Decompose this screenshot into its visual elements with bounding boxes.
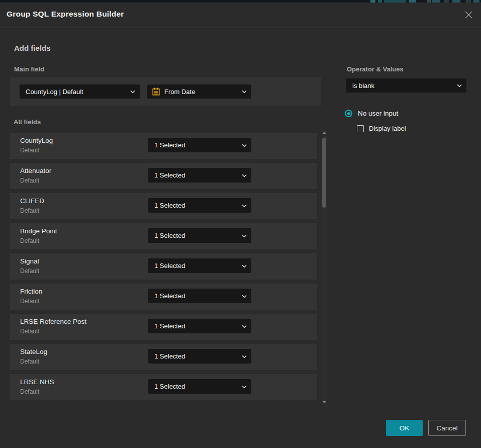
field-subtitle: Default <box>20 207 39 214</box>
dialog-title: Group SQL Expression Builder <box>7 10 124 19</box>
ok-button[interactable]: OK <box>386 420 423 436</box>
fields-scrollbar[interactable] <box>322 129 327 406</box>
field-row: LRSE Reference Post Default 1 Selected <box>10 314 317 340</box>
chevron-down-icon <box>242 144 247 147</box>
field-values-dropdown[interactable]: 1 Selected <box>148 138 251 152</box>
dropdown-value: 1 Selected <box>154 141 185 149</box>
field-values-dropdown[interactable]: 1 Selected <box>148 228 251 243</box>
field-subtitle: Default <box>20 358 39 365</box>
field-values-dropdown[interactable]: 1 Selected <box>148 349 251 364</box>
field-row: Friction Default 1 Selected <box>10 284 317 310</box>
scroll-up-arrow-icon[interactable] <box>322 132 326 134</box>
chevron-down-icon <box>457 84 462 87</box>
field-name: LRSE NHS <box>20 378 54 386</box>
main-field-date-dropdown[interactable]: From Date <box>147 84 251 99</box>
field-name: Friction <box>20 288 42 295</box>
field-subtitle: Default <box>20 267 39 275</box>
chevron-down-icon <box>242 264 247 267</box>
scroll-down-arrow-icon[interactable] <box>322 401 326 403</box>
field-values-dropdown[interactable]: 1 Selected <box>148 258 251 273</box>
operator-dropdown[interactable]: is blank <box>346 78 466 93</box>
chevron-down-icon <box>242 234 247 237</box>
field-row: CLIFED Default 1 Selected <box>10 193 317 219</box>
field-name: LRSE Reference Post <box>20 318 86 325</box>
main-field-label: Main field <box>14 65 44 73</box>
field-subtitle: Default <box>20 328 39 335</box>
dialog-titlebar: Group SQL Expression Builder <box>0 3 481 28</box>
field-row: LRSE NHS Default 1 Selected <box>10 374 317 400</box>
all-fields-label: All fields <box>14 118 41 126</box>
field-subtitle: Default <box>20 147 39 154</box>
chevron-down-icon <box>130 90 135 93</box>
field-subtitle: Default <box>20 237 39 244</box>
dropdown-value: 1 Selected <box>154 171 185 179</box>
dropdown-value: 1 Selected <box>154 383 185 390</box>
dropdown-value: is blank <box>352 82 374 89</box>
field-name: StateLog <box>20 348 47 355</box>
calendar-icon <box>152 87 160 96</box>
field-name: CountyLog <box>20 137 53 144</box>
operator-values-label: Operator & Values <box>347 65 404 73</box>
chevron-down-icon <box>242 385 247 388</box>
dropdown-value: From Date <box>164 88 195 96</box>
field-name: Attenuator <box>20 167 51 174</box>
dropdown-value: 1 Selected <box>154 322 185 330</box>
no-user-input-radio[interactable]: No user input <box>345 110 398 117</box>
field-values-dropdown[interactable]: 1 Selected <box>148 289 251 303</box>
dropdown-value: 1 Selected <box>154 202 185 209</box>
scrollbar-thumb[interactable] <box>322 138 326 208</box>
radio-label: No user input <box>358 110 398 117</box>
field-name: Signal <box>20 257 39 265</box>
group-sql-expression-builder-dialog: Group SQL Expression Builder Add fields … <box>0 3 481 448</box>
field-name: CLIFED <box>20 197 44 205</box>
field-row: Signal Default 1 Selected <box>10 253 317 280</box>
field-row: CountyLog Default 1 Selected <box>10 133 317 159</box>
dropdown-value: 1 Selected <box>154 262 185 270</box>
field-values-dropdown[interactable]: 1 Selected <box>148 319 251 333</box>
checkbox-icon <box>357 125 364 132</box>
chevron-down-icon <box>242 174 247 177</box>
dropdown-value: 1 Selected <box>154 292 185 300</box>
field-values-dropdown[interactable]: 1 Selected <box>148 198 251 213</box>
field-values-dropdown[interactable]: 1 Selected <box>148 379 251 394</box>
field-subtitle: Default <box>20 177 39 184</box>
display-label-checkbox[interactable]: Display label <box>357 125 406 132</box>
cancel-button[interactable]: Cancel <box>428 420 466 436</box>
dropdown-value: CountyLog | Default <box>26 88 83 96</box>
field-name: Bridge Point <box>20 227 57 235</box>
field-subtitle: Default <box>20 298 39 305</box>
all-fields-list: CountyLog Default 1 Selected Attenuator … <box>10 133 317 404</box>
chevron-down-icon <box>242 325 247 328</box>
panel-divider <box>333 65 333 403</box>
main-field-source-dropdown[interactable]: CountyLog | Default <box>20 84 140 99</box>
field-row: Attenuator Default 1 Selected <box>10 163 317 189</box>
chevron-down-icon <box>242 204 247 207</box>
checkbox-label: Display label <box>369 125 406 132</box>
chevron-down-icon <box>242 90 247 93</box>
close-icon <box>464 11 473 19</box>
chevron-down-icon <box>242 355 247 358</box>
dropdown-value: 1 Selected <box>154 352 185 360</box>
chevron-down-icon <box>242 295 247 298</box>
field-values-dropdown[interactable]: 1 Selected <box>148 168 251 183</box>
field-subtitle: Default <box>20 388 39 395</box>
close-button[interactable] <box>463 10 473 20</box>
radio-icon <box>345 110 352 117</box>
field-row: Bridge Point Default 1 Selected <box>10 223 317 249</box>
main-field-panel: CountyLog | Default From Date <box>10 77 321 106</box>
dropdown-value: 1 Selected <box>154 232 185 239</box>
field-row: StateLog Default 1 Selected <box>10 344 317 370</box>
add-fields-heading: Add fields <box>14 44 51 52</box>
